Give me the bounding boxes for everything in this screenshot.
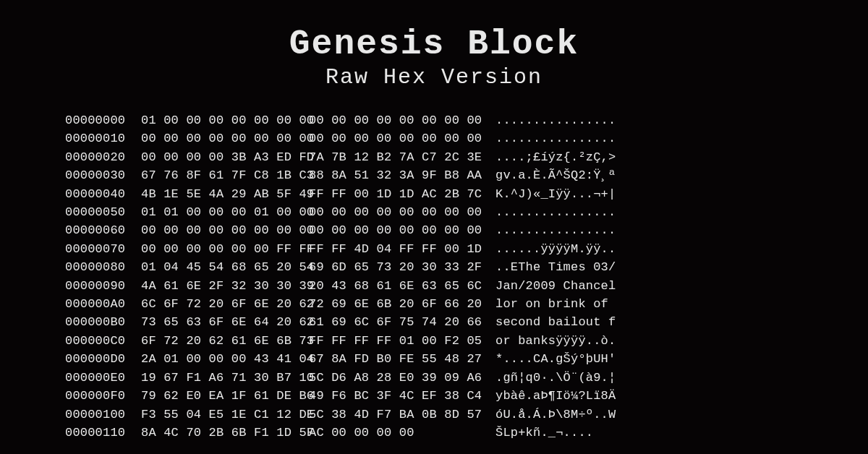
hex-row: 0000003067 76 8F 61 7F C8 1B C388 8A 51 … <box>65 166 803 184</box>
hex-bytes-left: 67 76 8F 61 7F C8 1B C3 <box>141 166 309 184</box>
hex-row: 0000001000 00 00 00 00 00 00 0000 00 00 … <box>65 129 803 147</box>
offset: 00000020 <box>65 148 141 166</box>
offset: 00000070 <box>65 240 141 258</box>
offset: 00000000 <box>65 111 141 129</box>
offset: 00000060 <box>65 221 141 239</box>
hex-bytes-right: 5C 38 4D F7 BA 0B 8D 57 <box>309 406 495 424</box>
offset: 000000A0 <box>65 295 141 313</box>
offset: 00000040 <box>65 185 141 203</box>
hex-bytes-left: 79 62 E0 EA 1F 61 DE B6 <box>141 387 309 405</box>
hex-bytes-right: 67 8A FD B0 FE 55 48 27 <box>309 350 495 368</box>
hex-row: 000000B073 65 63 6F 6E 64 20 6261 69 6C … <box>65 313 803 331</box>
hex-bytes-left: F3 55 04 E5 1E C1 12 DE <box>141 406 309 424</box>
offset: 000000B0 <box>65 313 141 331</box>
hex-bytes-left: 01 00 00 00 00 00 00 00 <box>141 111 309 129</box>
hex-rows: 0000000001 00 00 00 00 00 00 0000 00 00 … <box>65 111 803 442</box>
ascii-column: K.^J)«_Iÿÿ...¬+| <box>495 185 803 203</box>
hex-bytes-left: 8A 4C 70 2B 6B F1 1D 5F <box>141 424 309 442</box>
ascii-column: ......ÿÿÿÿM.ÿÿ.. <box>495 240 803 258</box>
hex-bytes-left: 6C 6F 72 20 6F 6E 20 62 <box>141 295 309 313</box>
ascii-column: ................ <box>495 221 803 239</box>
hex-bytes-right: 69 6D 65 73 20 30 33 2F <box>309 258 495 276</box>
hex-bytes-right: 00 00 00 00 00 00 00 00 <box>309 111 495 129</box>
offset: 000000E0 <box>65 369 141 387</box>
hex-bytes-right: 00 00 00 00 00 00 00 00 <box>309 221 495 239</box>
hex-bytes-left: 4B 1E 5E 4A 29 AB 5F 49 <box>141 185 309 203</box>
hex-row: 0000000001 00 00 00 00 00 00 0000 00 00 … <box>65 111 803 129</box>
hex-dump-panel: Genesis Block Raw Hex Version 0000000001… <box>0 0 868 454</box>
hex-bytes-right: FF FF 4D 04 FF FF 00 1D <box>309 240 495 258</box>
hex-bytes-right: 5C D6 A8 28 E0 39 09 A6 <box>309 369 495 387</box>
hex-row: 000001108A 4C 70 2B 6B F1 1D 5FAC 00 00 … <box>65 424 803 442</box>
hex-bytes-right: 72 69 6E 6B 20 6F 66 20 <box>309 295 495 313</box>
ascii-column: .gñ¦q0·.\Ö¨(à9.¦ <box>495 369 803 387</box>
hex-bytes-right: 61 69 6C 6F 75 74 20 66 <box>309 313 495 331</box>
hex-row: 000000F079 62 E0 EA 1F 61 DE B649 F6 BC … <box>65 387 803 405</box>
hex-bytes-left: 01 04 45 54 68 65 20 54 <box>141 258 309 276</box>
ascii-column: óU.å.Á.Þ\8M÷º..W <box>495 406 803 424</box>
ascii-column: *....CA.gŠý°þUH' <box>495 350 803 368</box>
offset: 00000090 <box>65 277 141 295</box>
hex-bytes-right: AC 00 00 00 00 <box>309 424 495 442</box>
hex-row: 000000904A 61 6E 2F 32 30 30 3920 43 68 … <box>65 277 803 295</box>
ascii-column: second bailout f <box>495 313 803 331</box>
hex-row: 00000100F3 55 04 E5 1E C1 12 DE5C 38 4D … <box>65 406 803 424</box>
hex-row: 0000002000 00 00 00 3B A3 ED FD7A 7B 12 … <box>65 148 803 166</box>
offset: 00000110 <box>65 424 141 442</box>
subtitle: Raw Hex Version <box>65 65 803 90</box>
hex-row: 000000E019 67 F1 A6 71 30 B7 105C D6 A8 … <box>65 369 803 387</box>
hex-bytes-left: 4A 61 6E 2F 32 30 30 39 <box>141 277 309 295</box>
ascii-column: Jan/2009 Chancel <box>495 277 803 295</box>
hex-bytes-left: 73 65 63 6F 6E 64 20 62 <box>141 313 309 331</box>
offset: 000000D0 <box>65 350 141 368</box>
offset: 000000C0 <box>65 332 141 350</box>
hex-row: 000000C06F 72 20 62 61 6E 6B 73FF FF FF … <box>65 332 803 350</box>
hex-bytes-left: 00 00 00 00 00 00 00 00 <box>141 129 309 147</box>
hex-row: 000000404B 1E 5E 4A 29 AB 5F 49FF FF 00 … <box>65 185 803 203</box>
ascii-column: ................ <box>495 111 803 129</box>
hex-bytes-left: 00 00 00 00 3B A3 ED FD <box>141 148 309 166</box>
hex-row: 0000007000 00 00 00 00 00 FF FFFF FF 4D … <box>65 240 803 258</box>
offset: 00000030 <box>65 166 141 184</box>
ascii-column: ybàê.aÞ¶Iö¼?Lï8Ä <box>495 387 803 405</box>
ascii-column: ..EThe Times 03/ <box>495 258 803 276</box>
offset: 00000010 <box>65 129 141 147</box>
hex-row: 0000006000 00 00 00 00 00 00 0000 00 00 … <box>65 221 803 239</box>
ascii-column: ŠLp+kñ._¬.... <box>495 424 803 442</box>
hex-bytes-left: 2A 01 00 00 00 43 41 04 <box>141 350 309 368</box>
hex-bytes-left: 00 00 00 00 00 00 FF FF <box>141 240 309 258</box>
hex-bytes-right: 00 00 00 00 00 00 00 00 <box>309 203 495 221</box>
offset: 000000F0 <box>65 387 141 405</box>
hex-bytes-left: 19 67 F1 A6 71 30 B7 10 <box>141 369 309 387</box>
hex-row: 000000D02A 01 00 00 00 43 41 0467 8A FD … <box>65 350 803 368</box>
hex-bytes-right: 00 00 00 00 00 00 00 00 <box>309 129 495 147</box>
offset: 00000050 <box>65 203 141 221</box>
ascii-column: ................ <box>495 203 803 221</box>
hex-bytes-left: 00 00 00 00 00 00 00 00 <box>141 221 309 239</box>
hex-bytes-right: FF FF FF FF 01 00 F2 05 <box>309 332 495 350</box>
ascii-column: or banksÿÿÿÿ..ò. <box>495 332 803 350</box>
hex-bytes-right: 88 8A 51 32 3A 9F B8 AA <box>309 166 495 184</box>
hex-bytes-left: 01 01 00 00 00 01 00 00 <box>141 203 309 221</box>
hex-row: 000000A06C 6F 72 20 6F 6E 20 6272 69 6E … <box>65 295 803 313</box>
hex-bytes-left: 6F 72 20 62 61 6E 6B 73 <box>141 332 309 350</box>
title: Genesis Block <box>65 25 803 64</box>
ascii-column: gv.a.È.Ã^ŠQ2:Ÿ¸ª <box>495 166 803 184</box>
ascii-column: ................ <box>495 129 803 147</box>
hex-bytes-right: 7A 7B 12 B2 7A C7 2C 3E <box>309 148 495 166</box>
ascii-column: ....;£íýz{.²zÇ,> <box>495 148 803 166</box>
hex-bytes-right: 20 43 68 61 6E 63 65 6C <box>309 277 495 295</box>
hex-bytes-right: FF FF 00 1D 1D AC 2B 7C <box>309 185 495 203</box>
ascii-column: lor on brink of <box>495 295 803 313</box>
offset: 00000100 <box>65 406 141 424</box>
hex-row: 0000008001 04 45 54 68 65 20 5469 6D 65 … <box>65 258 803 276</box>
offset: 00000080 <box>65 258 141 276</box>
hex-row: 0000005001 01 00 00 00 01 00 0000 00 00 … <box>65 203 803 221</box>
hex-bytes-right: 49 F6 BC 3F 4C EF 38 C4 <box>309 387 495 405</box>
